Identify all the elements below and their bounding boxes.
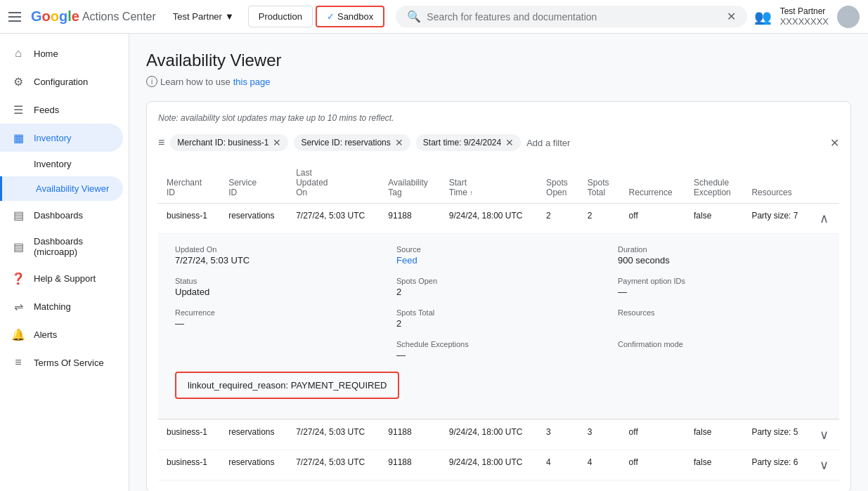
expanded-detail-row: Updated On 7/27/24, 5:03 UTC Source Feed… — [158, 234, 839, 420]
cell-start-time: 9/24/24, 18:00 UTC — [441, 450, 538, 480]
filter-chip-merchant-close[interactable]: ✕ — [273, 137, 281, 148]
cell-last-updated: 7/27/24, 5:03 UTC — [287, 204, 380, 234]
sidebar-item-feeds[interactable]: ☰ Feeds — [0, 96, 123, 124]
cell-recurrence: off — [621, 420, 685, 450]
cell-start-time: 9/24/24, 18:00 UTC — [441, 204, 538, 234]
sidebar-item-alerts[interactable]: 🔔 Alerts — [0, 320, 123, 348]
sidebar-item-help-support[interactable]: ❓ Help & Support — [0, 264, 123, 292]
filter-panel-close[interactable]: ✕ — [830, 136, 839, 150]
filter-chip-service-label: Service ID: reservations — [301, 138, 390, 148]
topbar-right: 👥 Test Partner XXXXXXXX — [754, 6, 860, 28]
sidebar-item-home[interactable]: ⌂ Home — [0, 39, 123, 67]
page-subtitle: i Learn how to use this page — [146, 76, 851, 87]
cell-spots-open: 3 — [538, 420, 579, 450]
alerts-icon: 🔔 — [11, 327, 25, 341]
linkout-box: linkout_required_reason: PAYMENT_REQUIRE… — [175, 372, 399, 399]
page-title: Availability Viewer — [146, 51, 851, 70]
cell-schedule-exception: false — [685, 204, 743, 234]
sidebar-label-inventory: Inventory — [34, 133, 71, 143]
cell-merchant-id: business-1 — [158, 420, 220, 450]
sidebar-item-availability-viewer[interactable]: Availability Viewer — [0, 176, 123, 201]
sidebar-label-availability-viewer: Availability Viewer — [36, 183, 109, 194]
col-schedule-exception: ScheduleException — [685, 162, 743, 204]
table-row: business-1 reservations 7/27/24, 5:03 UT… — [158, 450, 839, 480]
app-name: Actions Center — [82, 11, 156, 23]
expand-icon[interactable]: ∧ — [820, 211, 829, 225]
search-input[interactable] — [427, 11, 721, 22]
partner-select[interactable]: Test Partner ▼ — [167, 8, 240, 25]
env-buttons: Production ✓ Sandbox — [248, 6, 384, 27]
add-filter-button[interactable]: Add a filter — [526, 138, 570, 148]
expand-icon[interactable]: ∨ — [820, 428, 829, 442]
configuration-icon: ⚙ — [11, 74, 25, 89]
menu-icon[interactable] — [8, 8, 25, 25]
cell-schedule-exception: false — [685, 450, 743, 480]
cell-last-updated: 7/27/24, 5:03 UTC — [287, 450, 380, 480]
cell-expand[interactable]: ∨ — [811, 420, 839, 450]
col-recurrence: Recurrence — [621, 162, 685, 204]
filter-icon[interactable]: ≡ — [158, 136, 164, 149]
filter-chip-service-close[interactable]: ✕ — [395, 137, 403, 148]
cell-recurrence: off — [621, 450, 685, 480]
sandbox-label: Sandbox — [337, 11, 373, 22]
cell-recurrence: off — [621, 204, 685, 234]
col-spots-open: SpotsOpen — [538, 162, 579, 204]
home-icon: ⌂ — [11, 46, 25, 60]
sidebar-item-tos[interactable]: ≡ Terms Of Service — [0, 348, 123, 377]
sidebar-item-inventory[interactable]: ▦ Inventory — [0, 124, 123, 152]
expand-icon[interactable]: ∨ — [820, 458, 829, 472]
sidebar-item-configuration[interactable]: ⚙ Configuration — [0, 67, 123, 96]
subtitle-text: Learn how to use — [160, 77, 231, 87]
sidebar-item-matching[interactable]: ⇌ Matching — [0, 292, 123, 320]
sandbox-check: ✓ — [327, 11, 335, 22]
cell-last-updated: 7/27/24, 5:03 UTC — [287, 420, 380, 450]
tos-icon: ≡ — [11, 355, 25, 369]
cell-expand[interactable]: ∧ — [811, 204, 839, 234]
filter-chip-start: Start time: 9/24/2024 ✕ — [416, 134, 521, 151]
col-start-time: StartTime ↑ — [441, 162, 538, 204]
sidebar-label-inventory-sub: Inventory — [34, 159, 71, 169]
cell-avail-tag: 91188 — [380, 204, 440, 234]
cell-expand[interactable]: ∨ — [811, 450, 839, 480]
sidebar-item-dashboards-microapp[interactable]: ▤ Dashboards (microapp) — [0, 229, 123, 264]
sidebar: ⌂ Home ⚙ Configuration ☰ Feeds ▦ Invento… — [0, 34, 129, 491]
sidebar-label-alerts: Alerts — [34, 329, 57, 340]
filter-chip-start-label: Start time: 9/24/2024 — [423, 138, 501, 148]
avatar[interactable] — [837, 6, 860, 28]
filter-chip-start-close[interactable]: ✕ — [505, 137, 514, 148]
col-expand — [811, 162, 839, 204]
sidebar-label-dashboards: Dashboards — [34, 210, 83, 221]
cell-resources: Party size: 6 — [743, 450, 811, 480]
col-resources: Resources — [743, 162, 811, 204]
sidebar-label-tos: Terms Of Service — [34, 358, 104, 368]
filter-chip-merchant-label: Merchant ID: business-1 — [177, 138, 268, 148]
search-bar: 🔍 ✕ — [396, 6, 747, 27]
cell-service-id: reservations — [220, 204, 287, 234]
cell-spots-total: 2 — [579, 204, 621, 234]
cell-spots-open: 4 — [538, 450, 579, 480]
inventory-icon: ▦ — [11, 131, 25, 145]
note-text: Note: availability slot updates may take… — [158, 113, 839, 123]
topbar: Google Actions Center Test Partner ▼ Pro… — [0, 0, 868, 34]
dashboards-icon: ▤ — [11, 208, 25, 222]
sidebar-label-configuration: Configuration — [34, 77, 88, 87]
col-avail-tag: AvailabilityTag — [380, 162, 440, 204]
sidebar-item-inventory-sub[interactable]: Inventory — [0, 152, 123, 176]
availability-card: Note: availability slot updates may take… — [146, 101, 851, 491]
production-button[interactable]: Production — [248, 6, 313, 27]
availability-table: MerchantID ServiceID LastUpdatedOn Avail… — [158, 162, 839, 480]
clear-search-icon[interactable]: ✕ — [727, 10, 736, 23]
sandbox-button[interactable]: ✓ Sandbox — [316, 6, 384, 27]
sidebar-item-dashboards[interactable]: ▤ Dashboards — [0, 201, 123, 229]
user-id: XXXXXXXX — [780, 16, 829, 27]
info-icon: i — [146, 76, 157, 87]
linkout-text: linkout_required_reason: PAYMENT_REQUIRE… — [188, 380, 387, 391]
table-row: business-1 reservations 7/27/24, 5:03 UT… — [158, 420, 839, 450]
sidebar-label-dashboards-microapp: Dashboards (microapp) — [34, 236, 112, 257]
this-page-link[interactable]: this page — [233, 77, 271, 87]
user-name: Test Partner — [780, 6, 829, 16]
accounts-icon[interactable]: 👥 — [754, 8, 772, 25]
cell-merchant-id: business-1 — [158, 450, 220, 480]
sidebar-label-feeds: Feeds — [34, 105, 59, 115]
sidebar-label-help: Help & Support — [34, 273, 96, 284]
